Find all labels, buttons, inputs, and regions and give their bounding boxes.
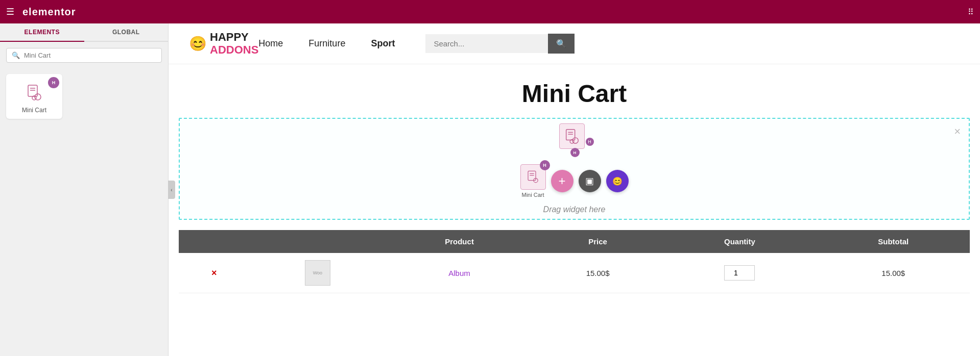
canvas-area: 😊 HAPPY ADDONS Home Furniture Sport 🔍 Mi… [169, 23, 980, 356]
drop-zone-badge: H [570, 148, 580, 157]
cart-subtotal-cell: 15.00$ [817, 253, 970, 293]
drop-zone-action-row: H Mini Cart + ▣ 😊 [520, 164, 629, 198]
elementor-logo: elementor [22, 6, 76, 18]
preview-header: 😊 HAPPY ADDONS Home Furniture Sport 🔍 [169, 23, 980, 64]
drop-zone-badge2: H [586, 138, 594, 146]
sidebar: ELEMENTS GLOBAL 🔍 H [0, 23, 169, 356]
logo-smiley-icon: 😊 [189, 35, 207, 52]
drop-zone-widget-with-label: H Mini Cart [520, 164, 546, 198]
logo-addons: ADDONS [210, 44, 258, 56]
mini-cart-widget-icon [24, 82, 44, 103]
preview-search-button[interactable]: 🔍 [548, 34, 575, 54]
cart-price-cell: 15.00$ [533, 253, 663, 293]
sidebar-collapse-handle[interactable]: ‹ [168, 181, 175, 199]
tab-elements[interactable]: ELEMENTS [0, 23, 84, 42]
close-icon[interactable]: × [954, 125, 961, 138]
col-price: Price [533, 230, 663, 253]
preview-search-input[interactable] [425, 34, 548, 53]
hamburger-icon[interactable]: ☰ [6, 6, 14, 17]
table-row: × Woo Album 15.00$ 15.00$ [179, 253, 970, 293]
sidebar-search-area: 🔍 [0, 42, 168, 69]
top-bar: ☰ elementor ⠿ [0, 0, 980, 23]
main-layout: ELEMENTS GLOBAL 🔍 H [0, 23, 980, 356]
page-title-area: Mini Cart [169, 64, 980, 118]
drop-zone-widget-label: Mini Cart [521, 192, 544, 198]
col-remove [179, 230, 249, 253]
page-title: Mini Cart [169, 80, 980, 108]
search-input[interactable] [24, 52, 156, 59]
cart-name-cell: Album [386, 253, 533, 293]
widget-thumb-badge: H [540, 160, 550, 170]
search-icon: 🔍 [12, 52, 20, 59]
nav-sport[interactable]: Sport [371, 38, 395, 49]
logo-text: HAPPY ADDONS [210, 31, 258, 56]
drop-zone-mini-card: H [559, 123, 585, 160]
cart-quantity-input[interactable] [724, 265, 755, 281]
cart-qty-cell [662, 253, 817, 293]
tab-global[interactable]: GLOBAL [84, 23, 169, 41]
drop-zone-widget-row: H H [559, 123, 590, 160]
col-quantity: Quantity [662, 230, 817, 253]
col-thumb [249, 230, 386, 253]
search-box: 🔍 [6, 48, 162, 63]
widget-area: H Mini Cart [0, 69, 168, 124]
cart-product-thumbnail: Woo [305, 260, 330, 286]
drop-zone-widget-area: H H [520, 123, 629, 214]
col-product: Product [386, 230, 533, 253]
mini-cart-widget-card[interactable]: H Mini Cart [6, 74, 62, 119]
col-button[interactable]: ▣ [579, 170, 601, 192]
cart-remove-cell: × [179, 253, 249, 293]
cart-table: Product Price Quantity Subtotal × Woo Al… [179, 230, 970, 293]
col-subtotal: Subtotal [817, 230, 970, 253]
drop-zone-mini-icon [559, 123, 585, 149]
widget-badge: H [48, 77, 59, 88]
preview-search-area: 🔍 [425, 34, 575, 54]
add-widget-button[interactable]: + [551, 170, 573, 192]
sidebar-tabs: ELEMENTS GLOBAL [0, 23, 168, 42]
preview-nav: Home Furniture Sport [258, 38, 395, 49]
drop-zone[interactable]: × H [179, 118, 970, 220]
drag-widget-text: Drag widget here [543, 205, 606, 214]
nav-furniture[interactable]: Furniture [308, 38, 345, 49]
preview-logo: 😊 HAPPY ADDONS [189, 31, 258, 56]
logo-happy: HAPPY [210, 31, 258, 43]
happy-button[interactable]: 😊 [606, 170, 629, 192]
cart-product-name[interactable]: Album [448, 269, 470, 277]
grid-icon[interactable]: ⠿ [968, 7, 974, 17]
cart-table-header-row: Product Price Quantity Subtotal [179, 230, 970, 253]
cart-remove-button[interactable]: × [211, 268, 217, 278]
mini-cart-widget-label: Mini Cart [22, 107, 46, 114]
nav-home[interactable]: Home [258, 38, 283, 49]
cart-thumb-cell: Woo [249, 253, 386, 293]
